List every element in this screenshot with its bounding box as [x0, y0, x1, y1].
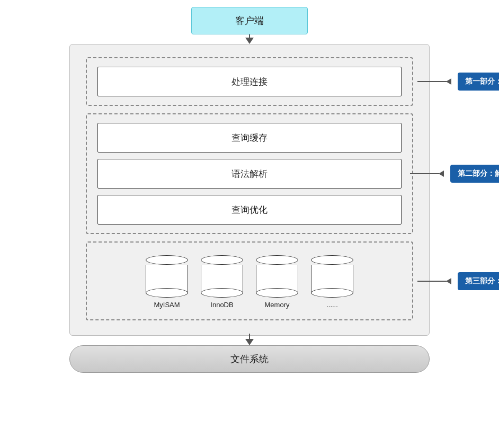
innodb-top — [201, 255, 243, 265]
inner-query-cache: 查询缓存 — [97, 123, 402, 153]
engine-innodb: InnoDB — [201, 255, 243, 309]
arrow-mysql-to-fs — [245, 339, 254, 345]
dashed-parse-optimize: 查询缓存 语法解析 查询优化 — [86, 113, 413, 234]
badge-parse-optimize: 第二部分：解析与优化 — [450, 165, 499, 183]
others-bottom — [311, 288, 353, 298]
memory-body — [256, 265, 298, 293]
engine-myisam: MyISAM — [146, 255, 188, 309]
myisam-top — [146, 255, 188, 265]
filesystem-label: 文件系统 — [230, 353, 269, 365]
badge-storage-engines: 第三部分：存储引擎 — [458, 272, 499, 290]
myisam-bottom — [146, 288, 188, 298]
dashed-storage-engines: MyISAM InnoDB — [86, 241, 413, 320]
engine-memory: Memory — [256, 255, 298, 309]
memory-label: Memory — [265, 301, 290, 309]
others-label: ...... — [326, 301, 338, 309]
client-box: 客户端 — [191, 7, 308, 34]
inner-query-optimize: 查询优化 — [97, 195, 402, 225]
client-label: 客户端 — [235, 14, 264, 27]
arrow-head-3 — [446, 278, 451, 284]
engines-row: MyISAM InnoDB — [97, 251, 402, 311]
innodb-bottom — [201, 288, 243, 298]
badge-wrapper-parse: 第二部分：解析与优化 — [410, 165, 499, 183]
innodb-label: InnoDB — [210, 301, 233, 309]
arrow-head-1 — [446, 78, 451, 85]
myisam-label: MyISAM — [154, 301, 180, 309]
arrow-head-2 — [439, 171, 444, 177]
badge-connection: 第一部分：连接管理 — [458, 73, 499, 91]
inner-syntax-parse: 语法解析 — [97, 159, 402, 189]
diagram-container: 客户端 处理连接 第一部分：连接管理 — [6, 7, 493, 441]
arrow-line-3 — [417, 281, 447, 282]
dashed-connection: 处理连接 — [86, 57, 413, 106]
others-top — [311, 255, 353, 265]
section-connection: 处理连接 第一部分：连接管理 — [86, 57, 413, 106]
others-body — [311, 265, 353, 293]
badge-wrapper-storage: 第三部分：存储引擎 — [417, 272, 499, 290]
arrow-line-2 — [410, 173, 439, 174]
section-storage-engines: MyISAM InnoDB — [86, 241, 413, 320]
memory-bottom — [256, 288, 298, 298]
inner-handle-connection: 处理连接 — [97, 67, 402, 96]
mysql-box: 处理连接 第一部分：连接管理 查询缓存 — [69, 44, 430, 336]
section-parse-optimize: 查询缓存 语法解析 查询优化 第二部分：解析与优化 — [86, 113, 413, 234]
memory-top — [256, 255, 298, 265]
engine-others: ...... — [311, 255, 353, 309]
arrow-client-to-mysql — [245, 38, 254, 44]
filesystem-box: 文件系统 — [69, 345, 430, 373]
myisam-body — [146, 265, 188, 293]
badge-wrapper-connection: 第一部分：连接管理 — [416, 73, 499, 91]
arrow-line-1 — [417, 81, 447, 82]
innodb-body — [201, 265, 243, 293]
